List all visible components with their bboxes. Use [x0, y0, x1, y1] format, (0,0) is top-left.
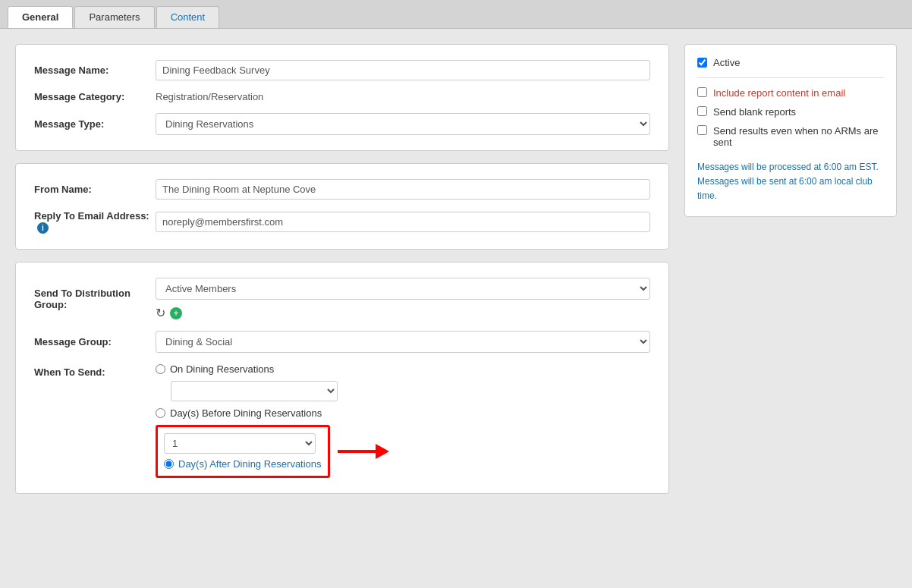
- when-to-send-row: When To Send: On Dining Reservations Day…: [34, 363, 650, 478]
- message-group-row: Message Group: Dining & Social Golf Tenn…: [34, 331, 650, 353]
- send-results-label: Send results even when no ARMs are sent: [713, 125, 884, 148]
- when-to-send-label: When To Send:: [34, 363, 156, 378]
- process-info: Messages will be processed at 6:00 am ES…: [697, 160, 884, 204]
- on-dining-sub-select[interactable]: [171, 381, 338, 401]
- send-blank-row: Send blank reports: [697, 106, 884, 118]
- highlight-box: 1 2 3 4 5 7 10 14 Day(s): [156, 425, 330, 478]
- send-blank-checkbox[interactable]: [697, 106, 707, 116]
- message-type-select[interactable]: Dining Reservations Event Registration M…: [156, 113, 650, 135]
- include-report-row: Include report content in email: [697, 87, 884, 99]
- reply-to-input[interactable]: [156, 212, 650, 232]
- send-to-row: Send To Distribution Group: Active Membe…: [34, 278, 650, 320]
- send-results-row: Send results even when no ARMs are sent: [697, 125, 884, 148]
- tab-bar: General Parameters Content: [0, 0, 912, 29]
- tab-parameters[interactable]: Parameters: [74, 6, 154, 28]
- right-panel: Active Include report content in email S…: [684, 44, 897, 217]
- refresh-icon[interactable]: ↻: [156, 306, 165, 320]
- from-name-label: From Name:: [34, 184, 156, 195]
- message-type-label: Message Type:: [34, 118, 156, 130]
- process-info-line1: Messages will be processed at 6:00 am ES…: [697, 160, 884, 175]
- message-category-label: Message Category:: [34, 91, 156, 102]
- reply-to-row: Reply To Email Address: i: [34, 210, 650, 234]
- include-report-label: Include report content in email: [713, 87, 845, 99]
- send-blank-label: Send blank reports: [713, 106, 796, 118]
- active-label: Active: [713, 57, 740, 68]
- left-panel: Message Name: Message Category: Registra…: [15, 44, 669, 494]
- distribution-card: Send To Distribution Group: Active Membe…: [15, 262, 669, 494]
- message-name-input[interactable]: [156, 60, 650, 80]
- radio-days-after-label: Day(s) After Dining Reservations: [178, 458, 322, 470]
- from-name-row: From Name:: [34, 179, 650, 200]
- tab-general[interactable]: General: [8, 6, 73, 28]
- active-checkbox[interactable]: [697, 58, 707, 68]
- message-category-row: Message Category: Registration/Reservati…: [34, 91, 650, 102]
- send-to-select[interactable]: Active Members All Members Non-Members: [156, 278, 650, 300]
- message-category-value: Registration/Reservation: [156, 91, 263, 102]
- dist-icons: ↻ +: [156, 306, 650, 320]
- active-row: Active: [697, 57, 884, 78]
- from-reply-card: From Name: Reply To Email Address: i: [15, 163, 669, 250]
- red-arrow: [338, 444, 389, 459]
- days-after-select[interactable]: 1 2 3 4 5 7 10 14: [164, 433, 316, 454]
- from-name-input[interactable]: [156, 179, 650, 200]
- radio-days-after-input[interactable]: [164, 459, 174, 469]
- radio-days-before-input[interactable]: [156, 408, 165, 418]
- send-to-label: Send To Distribution Group:: [34, 288, 156, 310]
- message-type-row: Message Type: Dining Reservations Event …: [34, 113, 650, 135]
- tab-content[interactable]: Content: [156, 6, 220, 28]
- include-report-checkbox[interactable]: [697, 87, 707, 97]
- message-group-label: Message Group:: [34, 336, 156, 347]
- process-info-line2: Messages will be sent at 6:00 am local c…: [697, 175, 884, 203]
- message-name-row: Message Name:: [34, 60, 650, 80]
- radio-days-before: Day(s) Before Dining Reservations: [156, 407, 650, 419]
- add-group-icon[interactable]: +: [170, 307, 182, 319]
- radio-days-before-label: Day(s) Before Dining Reservations: [170, 407, 322, 419]
- radio-on-dining-label: On Dining Reservations: [170, 363, 274, 375]
- when-send-content: On Dining Reservations Day(s) Before Din…: [156, 363, 650, 478]
- send-results-checkbox[interactable]: [697, 125, 707, 135]
- reply-to-info-icon[interactable]: i: [37, 222, 49, 234]
- message-info-card: Message Name: Message Category: Registra…: [15, 44, 669, 151]
- reply-to-label: Reply To Email Address: i: [34, 210, 156, 234]
- main-content: Message Name: Message Category: Registra…: [0, 29, 912, 509]
- message-group-select[interactable]: Dining & Social Golf Tennis: [156, 331, 650, 353]
- radio-days-after: Day(s) After Dining Reservations: [164, 458, 322, 470]
- radio-on-dining: On Dining Reservations: [156, 363, 650, 375]
- message-name-label: Message Name:: [34, 64, 156, 76]
- radio-on-dining-input[interactable]: [156, 364, 165, 374]
